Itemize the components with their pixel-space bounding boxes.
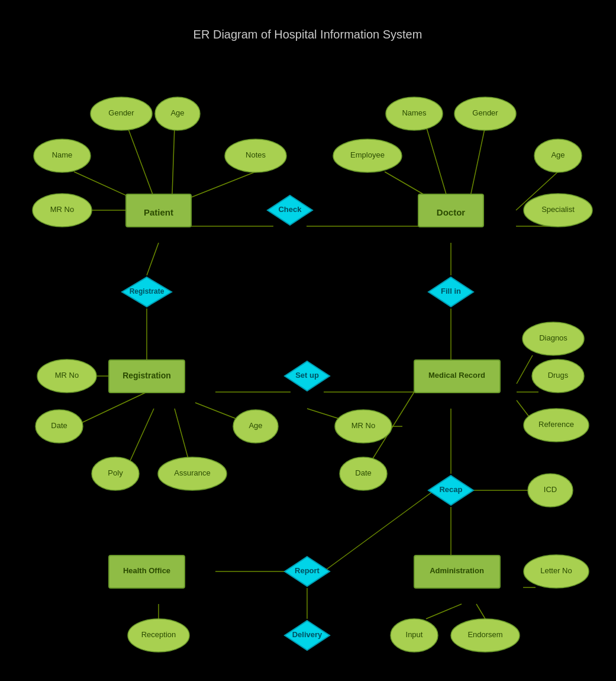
- entities: Patient Doctor Registration Medical Reco…: [109, 194, 500, 588]
- entity-health-office-label: Health Office: [123, 566, 170, 575]
- diagram-container: Patient Doctor Registration Medical Reco…: [0, 0, 616, 681]
- attr-doc-employee-label: Employee: [350, 150, 385, 159]
- diagram-title: ER Diagram of Hospital Information Syste…: [193, 28, 423, 41]
- attr-pat-name-label: Name: [52, 150, 73, 159]
- attr-doc-gender-label: Gender: [472, 108, 498, 117]
- attr-reg-mrno-label: MR No: [55, 371, 79, 380]
- attr-doc-age-label: Age: [551, 150, 565, 159]
- attr-pat-mrno-label: MR No: [50, 205, 74, 214]
- entity-medical-record-label: Medical Record: [428, 371, 485, 380]
- diamond-set-up-label: Set up: [295, 371, 319, 380]
- entity-registration-label: Registration: [122, 371, 171, 380]
- attr-pat-notes-label: Notes: [246, 150, 266, 159]
- er-diagram: Patient Doctor Registration Medical Reco…: [0, 0, 616, 681]
- diamond-recap-label: Recap: [439, 485, 462, 494]
- attr-reg-age-label: Age: [249, 421, 262, 430]
- attr-mr-drugs-label: Drugs: [548, 371, 569, 380]
- attr-mr-diagnos-label: Diagnos: [539, 333, 567, 342]
- svg-line-23: [517, 355, 533, 384]
- attr-mr-icd-label: ICD: [544, 485, 557, 494]
- attr-reg-poly-label: Poly: [108, 468, 123, 477]
- attr-mr-date-label: Date: [355, 468, 371, 477]
- attr-hof-reception-label: Reception: [141, 630, 176, 639]
- diamond-report-label: Report: [295, 566, 320, 575]
- attr-reg-assurance-label: Assurance: [174, 468, 210, 477]
- attr-doc-specialist-label: Specialist: [541, 205, 575, 214]
- attr-pat-age-label: Age: [170, 108, 184, 117]
- attr-doc-names-label: Names: [402, 108, 427, 117]
- diamond-registrate-label: Registrate: [130, 287, 165, 295]
- entity-doctor-label: Doctor: [437, 207, 465, 217]
- attr-reg-date-label: Date: [51, 421, 67, 430]
- entity-patient-label: Patient: [144, 207, 173, 217]
- svg-line-19: [74, 392, 147, 426]
- entity-administration-label: Administration: [430, 566, 484, 575]
- svg-line-38: [476, 604, 485, 619]
- attr-adm-letterno-label: Letter No: [540, 566, 572, 575]
- svg-line-12: [147, 243, 159, 275]
- diamond-fill-in-label: Fill in: [441, 287, 461, 295]
- diamond-check-label: Check: [278, 205, 302, 214]
- attr-pat-gender-label: Gender: [108, 108, 134, 117]
- attr-mr-reference-label: Reference: [538, 420, 574, 429]
- attr-adm-input-label: Input: [406, 630, 423, 639]
- attr-mr-mrno-label: MR No: [351, 421, 375, 430]
- attr-adm-endorsem-label: Endorsem: [467, 630, 502, 639]
- diamond-delivery-label: Delivery: [292, 630, 322, 639]
- svg-line-37: [426, 604, 462, 619]
